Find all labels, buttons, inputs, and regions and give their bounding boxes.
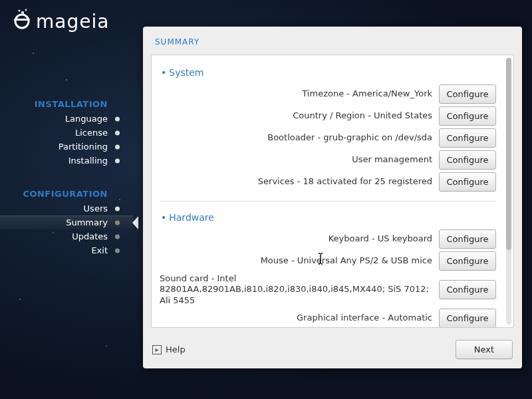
configure-sound-button[interactable]: Configure (439, 280, 496, 299)
svg-point-2 (25, 9, 27, 11)
installer-sidebar: INSTALLATION Language License Partitioni… (0, 96, 133, 257)
row-label: Sound card - Intel 82801AA,82901AB,i810,… (160, 273, 432, 306)
row-label: Keyboard - US keyboard (160, 233, 432, 244)
sidebar-item-updates: Updates (0, 229, 133, 243)
sidebar-header-installation: INSTALLATION (0, 96, 133, 112)
section-hardware: •Hardware (158, 208, 497, 229)
next-button[interactable]: Next (456, 340, 513, 359)
row-country: Country / Region - United States Configu… (160, 106, 496, 126)
row-label: Timezone - America/New_York (160, 88, 432, 99)
panel-footer: ▸ Help Next (143, 333, 522, 368)
configure-keyboard-button[interactable]: Configure (439, 229, 496, 249)
sidebar-header-configuration: CONFIGURATION (0, 186, 133, 201)
help-label: Help (166, 344, 186, 354)
summary-panel: SUMMARY •System Timezone - America/New_Y… (143, 27, 522, 368)
cauldron-icon (12, 8, 32, 35)
sidebar-item-partitioning: Partitioning (0, 140, 133, 154)
configure-services-button[interactable]: Configure (439, 172, 496, 192)
row-label: Country / Region - United States (160, 110, 432, 121)
svg-rect-3 (14, 19, 30, 21)
row-services: Services - 18 activated for 25 registere… (160, 172, 496, 192)
brand-logo: mageia (12, 8, 109, 35)
panel-title: SUMMARY (143, 27, 522, 55)
help-button[interactable]: ▸ Help (152, 344, 186, 354)
row-label: Services - 18 activated for 25 registere… (160, 176, 432, 187)
row-label: Mouse - Universal Any PS/2 & USB mice (160, 255, 432, 266)
row-bootloader: Bootloader - grub-graphic on /dev/sda Co… (160, 128, 496, 148)
sidebar-item-users: Users (0, 201, 133, 215)
section-divider (160, 201, 496, 201)
row-soundcard: Sound card - Intel 82801AA,82901AB,i810,… (160, 273, 496, 306)
row-keyboard: Keyboard - US keyboard Configure (160, 229, 496, 249)
configure-users-button[interactable]: Configure (439, 150, 496, 170)
sidebar-item-installing: Installing (0, 154, 133, 168)
row-mouse: Mouse - Universal Any PS/2 & USB mice Co… (160, 251, 496, 271)
scrollbar-thumb[interactable] (506, 58, 511, 250)
row-user-management: User management Configure (160, 150, 496, 170)
configure-timezone-button[interactable]: Configure (439, 84, 496, 104)
configure-bootloader-button[interactable]: Configure (439, 128, 496, 148)
row-timezone: Timezone - America/New_York Configure (160, 84, 496, 104)
sidebar-item-language: Language (0, 112, 133, 126)
sidebar-item-license: License (0, 126, 133, 140)
scrollbar-track[interactable] (506, 58, 511, 325)
play-icon: ▸ (152, 345, 162, 354)
summary-body: •System Timezone - America/New_York Conf… (151, 55, 514, 328)
configure-country-button[interactable]: Configure (439, 106, 496, 126)
row-graphical: Graphical interface - Automatic Configur… (160, 309, 496, 327)
summary-scroll[interactable]: •System Timezone - America/New_York Conf… (152, 55, 504, 327)
sidebar-item-exit: Exit (0, 243, 133, 257)
sidebar-item-summary: Summary (0, 215, 133, 229)
row-label: Graphical interface - Automatic (160, 313, 432, 323)
svg-point-0 (18, 9, 20, 11)
section-system: •System (158, 63, 497, 84)
row-label: User management (160, 154, 432, 165)
configure-mouse-button[interactable]: Configure (439, 251, 496, 271)
row-label: Bootloader - grub-graphic on /dev/sda (160, 132, 432, 143)
brand-text: mageia (36, 11, 109, 33)
configure-graphics-button[interactable]: Configure (439, 309, 496, 327)
